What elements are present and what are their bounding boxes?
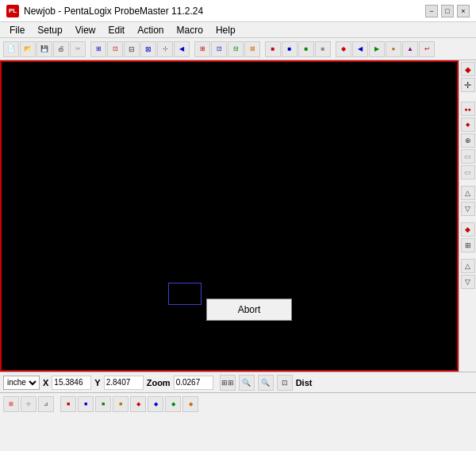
bottom-toolbar: ⊞ ⊹ ⊿ ■ ■ ■ ■ ◆ ◆ ◆ ◆ (0, 392, 476, 414)
menu-view[interactable]: View (69, 23, 102, 37)
bt-btn4[interactable]: ■ (60, 396, 76, 412)
rt-red-diamond[interactable]: ◆ (461, 62, 475, 76)
rt-btn10[interactable]: △ (461, 259, 475, 273)
status-bar: inche mm X 15.3846 Y 2.8407 Zoom 0.0267 … (0, 372, 476, 392)
tb-a5[interactable]: ▲ (402, 41, 418, 57)
tb-nav2[interactable]: ◀ (174, 41, 190, 57)
menu-action[interactable]: Action (131, 23, 170, 37)
menu-edit[interactable]: Edit (102, 23, 132, 37)
blue-rectangle (168, 283, 202, 305)
zoom-out-btn[interactable]: 🔍 (258, 375, 274, 391)
unit-select[interactable]: inche mm (3, 376, 40, 390)
zoom-value: 0.0267 (174, 376, 213, 390)
app-icon: PL (6, 5, 19, 17)
bt-btn6[interactable]: ■ (95, 396, 111, 412)
title-text: PL Newjob - PentaLogix ProbeMaster 11.2.… (6, 5, 203, 17)
bt-btn1[interactable]: ⊞ (3, 396, 19, 412)
tb-r2[interactable]: ⊡ (211, 41, 227, 57)
menu-macro[interactable]: Macro (171, 23, 209, 37)
x-value: 15.3846 (52, 376, 91, 390)
tb-print[interactable]: 🖨 (53, 41, 69, 57)
y-label: Y (94, 378, 100, 387)
tb-r8[interactable]: ■ (315, 41, 331, 57)
tb-r7[interactable]: ■ (298, 41, 314, 57)
menu-help[interactable]: Help (209, 23, 242, 37)
tb-r5[interactable]: ■ (265, 41, 281, 57)
tb-grid4[interactable]: ⊠ (140, 41, 156, 57)
rt-btn5[interactable]: ▭ (461, 165, 475, 179)
title-label: Newjob - PentaLogix ProbeMaster 11.2.24 (24, 6, 203, 17)
bt-btn9[interactable]: ◆ (148, 396, 163, 412)
menu-bar: File Setup View Edit Action Macro Help (0, 22, 476, 38)
dist-label: Dist (296, 378, 313, 387)
title-bar: PL Newjob - PentaLogix ProbeMaster 11.2.… (0, 0, 476, 22)
menu-setup[interactable]: Setup (31, 23, 68, 37)
rt-btn11[interactable]: ▽ (461, 275, 475, 289)
bt-btn5[interactable]: ■ (78, 396, 94, 412)
bt-btn7[interactable]: ■ (113, 396, 129, 412)
window-controls: − □ × (425, 5, 470, 17)
rt-btn6[interactable]: △ (461, 186, 475, 200)
rt-cross-arrow[interactable]: ✛ (461, 78, 475, 92)
zoom-fit-btn[interactable]: ⊞⊞ (220, 375, 236, 391)
tb-a4[interactable]: ● (386, 41, 401, 57)
tb-new[interactable]: 📄 (3, 41, 19, 57)
tb-nav1[interactable]: ⊹ (157, 41, 173, 57)
canvas-area[interactable]: Abort (0, 60, 459, 372)
x-label: X (43, 378, 48, 387)
bt-btn3[interactable]: ⊿ (38, 396, 54, 412)
zoom-in-btn[interactable]: 🔍 (239, 375, 255, 391)
rt-btn8[interactable]: ◆ (461, 222, 475, 237)
tb-grid1[interactable]: ⊞ (90, 41, 106, 57)
tb-open[interactable]: 📂 (20, 41, 36, 57)
bt-btn11[interactable]: ◆ (182, 396, 198, 412)
zoom-custom-btn[interactable]: ⊡ (277, 375, 293, 391)
main-area: Abort ◆ ✛ ●● ◆ ⊕ ▭ ▭ △ ▽ ◆ ⊞ △ ▽ (0, 60, 476, 372)
rt-btn4[interactable]: ▭ (461, 149, 475, 164)
rt-btn1[interactable]: ●● (461, 102, 475, 116)
tb-save[interactable]: 💾 (36, 41, 52, 57)
menu-file[interactable]: File (3, 23, 31, 37)
tb-grid2[interactable]: ⊡ (107, 41, 123, 57)
close-button[interactable]: × (457, 5, 470, 17)
rt-btn3[interactable]: ⊕ (461, 133, 475, 148)
tb-r1[interactable]: ⊞ (194, 41, 210, 57)
tb-grid3[interactable]: ⊟ (124, 41, 140, 57)
restore-button[interactable]: □ (441, 5, 454, 17)
tb-a6[interactable]: ↩ (419, 41, 435, 57)
tb-r3[interactable]: ⊟ (228, 41, 244, 57)
tb-r4[interactable]: ⊠ (244, 41, 260, 57)
bt-btn8[interactable]: ◆ (130, 396, 146, 412)
tb-a2[interactable]: ◀ (352, 41, 368, 57)
right-toolbar: ◆ ✛ ●● ◆ ⊕ ▭ ▭ △ ▽ ◆ ⊞ △ ▽ (459, 60, 476, 372)
tb-a3[interactable]: ▶ (369, 41, 385, 57)
bt-btn10[interactable]: ◆ (165, 396, 181, 412)
rt-btn7[interactable]: ▽ (461, 202, 475, 216)
toolbar: 📄 📂 💾 🖨 ✂ ⊞ ⊡ ⊟ ⊠ ⊹ ◀ ⊞ ⊡ ⊟ ⊠ ■ ■ ■ ■ ◆ … (0, 38, 476, 60)
y-value: 2.8407 (104, 376, 144, 390)
rt-btn9[interactable]: ⊞ (461, 238, 475, 252)
rt-btn2[interactable]: ◆ (461, 118, 475, 132)
tb-r6[interactable]: ■ (282, 41, 298, 57)
abort-button[interactable]: Abort (206, 299, 292, 321)
bt-btn2[interactable]: ⊹ (21, 396, 36, 412)
minimize-button[interactable]: − (425, 5, 438, 17)
zoom-label: Zoom (147, 378, 171, 387)
tb-cut[interactable]: ✂ (70, 41, 86, 57)
tb-a1[interactable]: ◆ (336, 41, 351, 57)
